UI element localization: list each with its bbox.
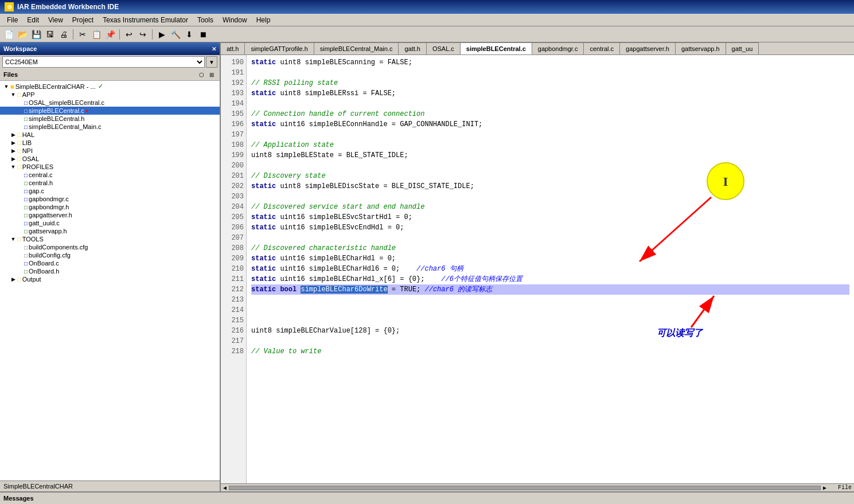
tree-item-npi[interactable]: ▶ □ NPI [0,147,220,155]
line-216: uint8 simpleBLECharValue[128] = {0}; [251,326,849,336]
scroll-left-btn[interactable]: ◀ [223,485,227,491]
tree-item-main[interactable]: □ simpleBLECentral.c ● [0,107,220,115]
toolbar-undo[interactable]: ↩ [123,28,135,41]
line-214 [251,305,849,315]
menu-bar: File Edit View Project Texas Instruments… [0,14,854,26]
folder-icon-hal: □ [17,131,21,138]
menu-ti-emulator[interactable]: Texas Instruments Emulator [98,15,193,25]
toolbar-save2[interactable]: 🖫 [44,28,56,41]
workspace-dropdown-btn[interactable]: ▼ [206,56,217,68]
tree-item-mainc[interactable]: □ simpleBLECentral_Main.c [0,123,220,131]
toolbar-redo[interactable]: ↪ [137,28,149,41]
code-editor[interactable]: 190 191 192 193 194 195 196 197 198 199 … [221,55,854,483]
tree-item-tools[interactable]: ▼ □ TOOLS [0,235,220,243]
file-icon-buildcomponents: □ [24,244,28,251]
code-content[interactable]: static uint8 simpleBLEScanning = FALSE; … [247,55,854,483]
tree-item-hal[interactable]: ▶ □ HAL [0,131,220,139]
tree-item-gattservapph[interactable]: □ gattservapp.h [0,227,220,235]
folder-icon-npi: □ [17,147,21,154]
menu-window[interactable]: Window [218,15,252,25]
tree-item-gattuuidc[interactable]: □ gatt_uuid.c [0,219,220,227]
file-icon-gattuuidc: □ [24,220,28,226]
tab-gatt[interactable]: gatt.h [399,42,427,54]
line-194 [251,99,849,109]
toolbar-paste[interactable]: 📌 [104,28,116,41]
tree-label-centralh2: central.h [29,179,53,186]
tree-item-onboardh[interactable]: □ OnBoard.h [0,267,220,275]
folder-icon-output: □ [17,276,21,283]
tab-gatt-uu[interactable]: gatt_uu [726,42,759,54]
file-icon-gapbondmgrc: □ [24,196,28,202]
line-190: static uint8 simpleBLEScanning = FALSE; [251,57,849,68]
files-label: Files [3,71,18,78]
tree-label-root: SimpleBLECentralCHAR - ... [15,83,96,90]
scrollbar-track[interactable] [229,486,821,490]
menu-tools[interactable]: Tools [193,15,218,25]
tree-item-centralc[interactable]: □ central.c [0,171,220,179]
line-200 [251,161,849,171]
tree-item-lib[interactable]: ▶ □ LIB [0,139,220,147]
workspace-close-btn[interactable]: ✕ [212,46,216,52]
tab-gapgatt[interactable]: gapgattserver.h [620,42,676,54]
title-text: IAR Embedded Workbench IDE [17,3,119,11]
menu-file[interactable]: File [2,15,22,25]
tree-item-app[interactable]: ▼ □ APP [0,91,220,99]
tab-gapbondmgr[interactable]: gapbondmgr.c [532,42,584,54]
toolbar-open[interactable]: 📂 [16,28,29,41]
line-212: static bool simpleBLEChar6DoWrite = TRUE… [251,284,849,295]
files-icon-btn2[interactable]: ⊞ [207,70,216,79]
toolbar-new[interactable]: 📄 [2,28,15,41]
workspace-project-select[interactable]: CC2540EM [2,56,205,68]
scroll-right-btn[interactable]: ▶ [823,485,826,491]
bottom-panel: Messages [0,491,854,504]
tree-item-gapc[interactable]: □ gap.c [0,187,220,195]
tree-item-gapbondmgrh[interactable]: □ gapbondmgr.h [0,203,220,211]
line-204: // Discovered service start and end hand… [251,202,849,212]
expand-icon-profiles: ▼ [9,164,17,170]
main-area: Workspace ✕ CC2540EM ▼ Files ⬡ ⊞ ▼ ■ Sim… [0,42,854,491]
menu-project[interactable]: Project [68,15,98,25]
tab-atth[interactable]: att.h [221,42,245,54]
tree-item-buildconfig[interactable]: □ buildConfig.cfg [0,251,220,259]
tree-item-centralh[interactable]: □ simpleBLECentral.h [0,115,220,123]
tab-central[interactable]: central.c [584,42,620,54]
toolbar-print[interactable]: 🖨 [57,28,70,41]
line-196: static uint16 simpleBLEConnHandle = GAP_… [251,119,849,130]
toolbar-stop[interactable]: ⏹ [197,28,209,41]
files-icon-btn1[interactable]: ⬡ [197,70,206,79]
tree-item-gapgattserverh[interactable]: □ gapgattserver.h [0,211,220,219]
tree-item-osal[interactable]: □ OSAL_simpleBLECentral.c [0,99,220,107]
workspace-panel: Workspace ✕ CC2540EM ▼ Files ⬡ ⊞ ▼ ■ Sim… [0,42,221,491]
tree-item-osal-folder[interactable]: ▶ □ OSAL [0,155,220,163]
tab-simpleble[interactable]: simpleBLECentral.c [461,42,532,54]
tab-osal[interactable]: OSAL.c [427,42,461,54]
file-icon-gattservapph: □ [24,228,28,235]
menu-view[interactable]: View [44,15,68,25]
menu-edit[interactable]: Edit [22,15,44,25]
tree-item-buildcomponents[interactable]: □ buildComponents.cfg [0,243,220,251]
horizontal-scrollbar[interactable]: ◀ ▶ File [221,483,854,491]
tab-main-c[interactable]: simpleBLECentral_Main.c [314,42,399,54]
toolbar-copy[interactable]: 📋 [90,28,103,41]
file-icon-gapgattserverh: □ [24,212,28,218]
workspace-label: Workspace [3,45,37,52]
tree-item-onboardc[interactable]: □ OnBoard.c [0,259,220,267]
menu-help[interactable]: Help [252,15,275,25]
tree-item-profiles[interactable]: ▼ □ PROFILES [0,163,220,171]
folder-icon-lib: □ [17,139,21,146]
tree-item-gapbondmgrc[interactable]: □ gapbondmgr.c [0,195,220,203]
tab-gattservapp[interactable]: gattservapp.h [676,42,726,54]
toolbar-cut[interactable]: ✂ [76,28,89,41]
tree-item-root[interactable]: ▼ ■ SimpleBLECentralCHAR - ... ✓ [0,82,220,91]
toolbar-build[interactable]: 🔨 [169,28,182,41]
line-208: // Discovered characteristic handle [251,243,849,253]
line-201: // Discovery state [251,171,849,181]
toolbar-download[interactable]: ⬇ [183,28,196,41]
toolbar-debug[interactable]: ▶ [155,28,168,41]
toolbar-save[interactable]: 💾 [30,28,42,41]
tree-item-centralh2[interactable]: □ central.h [0,179,220,187]
expand-icon-npi: ▶ [9,148,17,154]
expand-icon-tools: ▼ [9,236,17,242]
tree-item-output[interactable]: ▶ □ Output [0,275,220,283]
tab-simplegatt[interactable]: simpleGATTprofile.h [245,42,314,54]
